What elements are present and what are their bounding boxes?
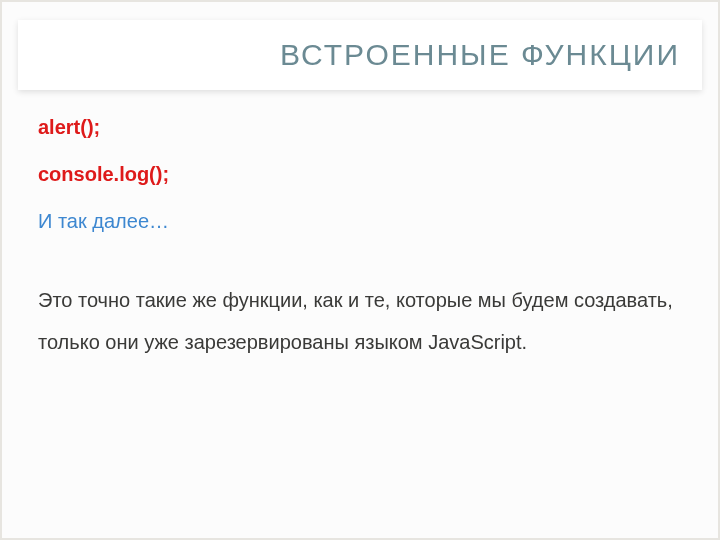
and-so-on-text: И так далее… [38,210,682,233]
slide-content: alert(); console.log(); И так далее… Это… [2,90,718,363]
body-paragraph: Это точно такие же функции, как и те, ко… [38,279,682,363]
function-example-2: console.log(); [38,163,682,186]
slide-title: ВСТРОЕННЫЕ ФУНКЦИИ [40,38,680,72]
function-example-1: alert(); [38,116,682,139]
title-bar: ВСТРОЕННЫЕ ФУНКЦИИ [18,20,702,90]
